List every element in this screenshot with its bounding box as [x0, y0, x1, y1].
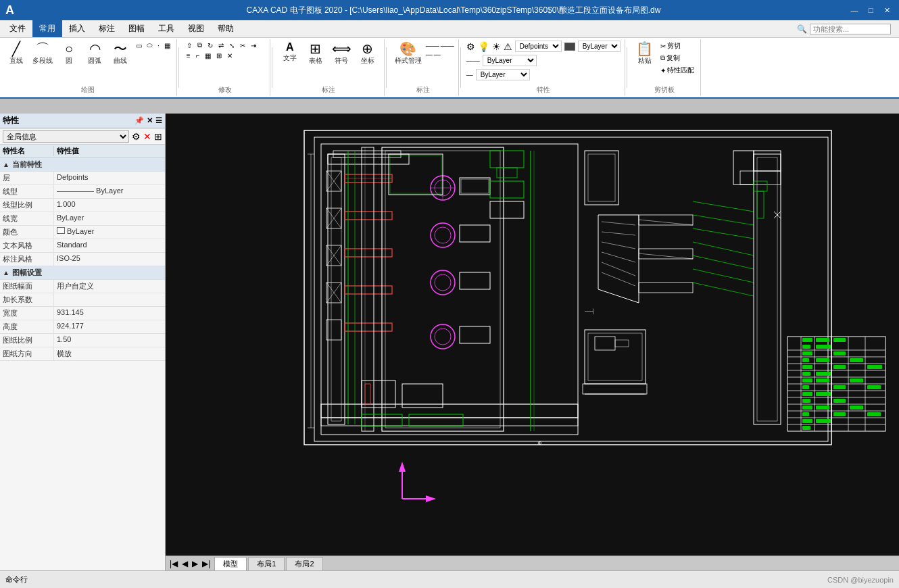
tool-extend[interactable]: ⇥ [249, 41, 258, 50]
tool-text[interactable]: A 文字 [278, 41, 302, 64]
copy-btn[interactable]: ⧉ 复制 [658, 53, 696, 64]
style-manager-btn[interactable]: 🎨 样式管理 [392, 41, 424, 67]
nav-first[interactable]: |◀ [168, 559, 179, 568]
tab-layout1[interactable]: 布局1 [248, 557, 285, 570]
svg-text:⊕: ⊕ [537, 440, 542, 446]
watermark: CSDN @biyezuopin [827, 576, 894, 584]
layer-select[interactable]: Defpoints 0 ByLayer [515, 41, 562, 52]
svg-rect-112 [802, 351, 812, 356]
line-style-sep: —— [441, 42, 454, 49]
tool-hatch[interactable]: ▦ [162, 41, 172, 50]
props-pin-icon[interactable]: 📌 [135, 116, 144, 125]
linewidth-select[interactable]: ByLayer 0.25mm 0.5mm [476, 69, 530, 80]
nav-last[interactable]: ▶| [201, 559, 212, 568]
tool-arc[interactable]: ◠ 圆弧 [82, 41, 107, 67]
tab-model[interactable]: 模型 [214, 557, 247, 570]
canvas-area[interactable]: ⊕ ──┤ [166, 114, 899, 560]
paste-btn[interactable]: 📋 粘贴 [633, 41, 657, 67]
svg-rect-125 [802, 385, 809, 389]
search-icon: 🔍 [797, 24, 807, 34]
nav-prev[interactable]: ◀ [180, 559, 189, 568]
paste-icon: 📋 [636, 42, 653, 55]
prop-color: 颜色 ByLayer [0, 226, 165, 239]
svg-rect-111 [816, 345, 831, 349]
tool-rect[interactable]: ▭ [134, 41, 144, 50]
tool-coord[interactable]: ⊕ 坐标 [356, 41, 380, 67]
nav-next[interactable]: ▶ [191, 559, 199, 568]
prop-width: 宽度 931.145 [0, 307, 165, 320]
props-add-icon[interactable]: ⊞ [154, 131, 162, 142]
svg-rect-139 [816, 419, 831, 423]
props-title: 特性 [3, 115, 19, 126]
search-input[interactable] [810, 24, 891, 34]
props-col-headers: 特性名 特性值 [0, 145, 165, 158]
svg-rect-114 [802, 358, 809, 362]
command-label: 命令行 [5, 574, 28, 585]
style-icon: 🎨 [399, 42, 416, 55]
menu-annotate[interactable]: 标注 [92, 20, 122, 37]
tab-bar: |◀ ◀ ▶ ▶| 模型 布局1 布局2 [166, 556, 899, 570]
tool-table[interactable]: ⊞ 表格 [303, 41, 328, 67]
props-clear-icon[interactable]: ✕ [143, 131, 151, 142]
tool-trim[interactable]: ✂ [238, 41, 247, 50]
tool-fillet[interactable]: ⌐ [194, 51, 202, 60]
linetype-select[interactable]: ByLayer Continuous Dashed [483, 55, 537, 66]
props-close-icon[interactable]: ✕ [147, 116, 153, 125]
minimize-button[interactable]: — [848, 4, 861, 16]
menu-drawing-frame[interactable]: 图幅 [122, 20, 151, 37]
props-expand-icon[interactable]: ☰ [155, 116, 162, 125]
cut-btn[interactable]: ✂ 剪切 [658, 41, 696, 51]
svg-rect-132 [802, 406, 812, 410]
tool-dimension[interactable]: ⟺ 符号 [329, 41, 354, 67]
menu-view[interactable]: 视图 [181, 20, 211, 37]
line-width-label: — [426, 51, 433, 58]
menu-insert[interactable]: 插入 [62, 20, 92, 37]
tool-array[interactable]: ▦ [203, 51, 213, 60]
maximize-button[interactable]: □ [864, 4, 877, 16]
menu-tools[interactable]: 工具 [151, 20, 181, 37]
match-props-btn[interactable]: ✦ 特性匹配 [658, 65, 696, 76]
color-select[interactable]: ByLayer Red Green [578, 41, 621, 52]
svg-rect-126 [833, 385, 846, 389]
tab-layout2[interactable]: 布局2 [286, 557, 322, 570]
tool-point[interactable]: · [155, 41, 162, 50]
tool-circle[interactable]: ○ 圆 [57, 41, 81, 67]
tool-rotate[interactable]: ↻ [205, 41, 215, 50]
color-box[interactable] [564, 43, 575, 51]
svg-rect-117 [802, 365, 812, 369]
coord-icon: ⊕ [362, 42, 373, 55]
menu-home[interactable]: 常用 [32, 20, 62, 37]
props-scope-select[interactable]: 全局信息 [3, 130, 129, 143]
tool-explode[interactable]: ⊞ [214, 51, 224, 60]
menu-file[interactable]: 文件 [3, 20, 32, 37]
table-icon: ⊞ [310, 42, 321, 55]
svg-rect-116 [850, 358, 863, 362]
props-label: 特性 [466, 84, 621, 95]
props-header: 特性 📌 ✕ ☰ [0, 114, 165, 128]
tool-delete[interactable]: ✕ [225, 51, 235, 60]
close-button[interactable]: ✕ [880, 4, 894, 16]
ribbon-group-draw: ╱ 直线 ⌒ 多段线 ○ 圆 ◠ 圆弧 〜 曲线 ▭ ⬭ [0, 39, 177, 96]
prop-orientation: 图纸方向 横放 [0, 347, 165, 361]
svg-rect-137 [867, 412, 881, 416]
tool-offset[interactable]: ≡ [185, 51, 193, 60]
svg-rect-131 [833, 399, 846, 403]
circle-icon: ○ [65, 42, 73, 55]
tool-scale[interactable]: ⤡ [227, 41, 237, 50]
properties-panel: 特性 📌 ✕ ☰ 全局信息 ⚙ ✕ ⊞ 特性名 特性值 ▲当前特性 层 Defp… [0, 114, 166, 573]
line-style-label: —— [426, 42, 439, 49]
tool-line[interactable]: ╱ 直线 [4, 41, 28, 67]
tool-move[interactable]: ⇧ [185, 41, 194, 50]
menu-bar: 文件 常用 插入 标注 图幅 工具 视图 帮助 🔍 [0, 20, 899, 38]
section-current-props: ▲当前特性 [0, 158, 165, 172]
light-icon: 💡 [478, 41, 489, 52]
tool-copy[interactable]: ⧉ [195, 41, 204, 50]
curve-icon: 〜 [114, 42, 127, 55]
props-filter-icon[interactable]: ⚙ [132, 131, 141, 142]
tool-curve[interactable]: 〜 曲线 [108, 41, 132, 67]
menu-help[interactable]: 帮助 [211, 20, 241, 37]
tool-mirror[interactable]: ⇌ [216, 41, 226, 50]
svg-rect-130 [802, 399, 810, 403]
tool-ellipse[interactable]: ⬭ [145, 41, 155, 50]
tool-polyline[interactable]: ⌒ 多段线 [30, 41, 55, 67]
